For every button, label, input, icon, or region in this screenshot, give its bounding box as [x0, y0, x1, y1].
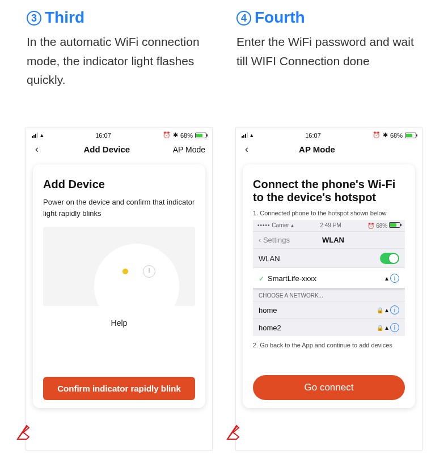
signal-icon — [242, 133, 248, 138]
inner-batt: 68% — [376, 223, 387, 229]
wifi-strength-icon: ▴ — [385, 306, 388, 314]
battery-pct: 68% — [180, 132, 193, 139]
device-illustration — [43, 227, 195, 306]
lock-icon: 🔒 — [377, 325, 383, 331]
lock-icon: 🔒 — [377, 307, 383, 313]
connect-hotspot-card: Connect the phone's Wi-Fi to the device'… — [243, 164, 415, 408]
info-icon[interactable]: i — [390, 323, 399, 332]
settings-back-link[interactable]: Settings — [263, 236, 290, 244]
status-bar: ▴ 16:07 ⏰ ✱ 68% — [236, 128, 422, 141]
step-3-title: Third — [45, 8, 84, 26]
back-button[interactable]: ‹ — [243, 143, 251, 155]
info-icon[interactable]: i — [390, 305, 399, 314]
step-3-heading: 3Third — [26, 8, 213, 27]
step-3-number: 3 — [27, 11, 41, 26]
alarm-icon: ⏰ — [373, 131, 381, 139]
selected-network-name: SmartLife-xxxx — [268, 274, 316, 283]
back-button[interactable]: ‹ — [33, 143, 41, 155]
add-device-card: Add Device Power on the device and confi… — [33, 164, 205, 408]
phone-screenshot-2: ▴ 16:07 ⏰ ✱ 68% ‹ AP Mode __ Connect the… — [235, 128, 422, 450]
step-third: 3Third In the automatic WiFi connection … — [26, 8, 213, 450]
wifi-icon: ▴ — [250, 131, 253, 139]
step-4-number: 4 — [236, 11, 251, 26]
nav-title: Add Device — [41, 144, 173, 154]
status-time: 16:07 — [305, 132, 321, 139]
pointer-arrow-icon — [16, 422, 31, 441]
bt-icon: ✱ — [383, 131, 388, 139]
network-row[interactable]: home 🔒 ▴ i — [253, 301, 405, 318]
step-fourth: 4Fourth Enter the WiFi password and wait… — [235, 8, 422, 450]
inner-nav: ‹ Settings WLAN — [253, 231, 405, 248]
instruction-1: 1. Connected phone to the hotspot shown … — [253, 210, 405, 216]
step-4-desc: Enter the WiFi password and wait till WI… — [235, 32, 422, 117]
check-icon: ✓ — [259, 275, 264, 283]
wlan-toggle-row[interactable]: WLAN — [253, 248, 405, 268]
power-icon — [143, 265, 155, 278]
go-connect-button[interactable]: Go connect — [253, 375, 405, 400]
indicator-dot-icon — [122, 269, 128, 274]
bt-icon: ✱ — [173, 131, 178, 139]
battery-icon — [389, 222, 400, 228]
alarm-icon: ⏰ — [163, 131, 171, 139]
nav-mode-link[interactable]: AP Mode — [173, 145, 205, 154]
status-time: 16:07 — [95, 132, 111, 139]
nav-title: AP Mode — [251, 144, 383, 154]
wifi-icon: ▴ — [40, 131, 44, 139]
inner-status-bar: ••••• Carrier ▴ 2:49 PM ⏰ 68% — [253, 220, 405, 231]
network-name: home — [259, 306, 277, 314]
help-link[interactable]: Help — [43, 318, 195, 328]
choose-network-label: CHOOSE A NETWORK... — [253, 288, 405, 301]
wifi-strength-icon: ▴ — [385, 274, 388, 282]
inner-carrier: Carrier — [272, 222, 289, 228]
pointer-arrow-icon — [226, 422, 240, 441]
instruction-2: 2. Go back to the App and continue to ad… — [253, 342, 405, 348]
wlan-screen-title: WLAN — [322, 236, 344, 244]
step-4-title: Fourth — [255, 8, 305, 26]
battery-pct: 68% — [390, 132, 403, 139]
confirm-button[interactable]: Confirm indicator rapidly blink — [43, 377, 195, 400]
selected-network-row[interactable]: ✓SmartLife-xxxx ▴ i — [253, 268, 405, 288]
nav-bar: ‹ Add Device AP Mode — [26, 141, 212, 161]
card-title: Add Device — [43, 178, 195, 191]
step-4-heading: 4Fourth — [235, 8, 422, 27]
card-title: Connect the phone's Wi-Fi to the device'… — [253, 178, 405, 204]
info-icon[interactable]: i — [390, 274, 399, 283]
step-3-desc: In the automatic WiFi connection mode, t… — [26, 32, 213, 117]
phone-screenshot-1: ▴ 16:07 ⏰ ✱ 68% ‹ Add Device AP Mode Add… — [26, 128, 213, 450]
network-row[interactable]: home2 🔒 ▴ i — [253, 318, 405, 336]
battery-icon — [405, 133, 416, 138]
card-subtitle: Power on the device and confirm that ind… — [43, 197, 195, 219]
nav-bar: ‹ AP Mode __ — [236, 141, 422, 161]
wifi-strength-icon: ▴ — [385, 324, 388, 332]
wlan-settings-preview: ••••• Carrier ▴ 2:49 PM ⏰ 68% ‹ Settings… — [253, 220, 405, 336]
inner-time: 2:49 PM — [320, 222, 341, 229]
network-name: home2 — [259, 324, 281, 332]
battery-icon — [195, 133, 206, 138]
wlan-label: WLAN — [259, 254, 280, 263]
signal-icon — [32, 133, 38, 138]
wlan-toggle[interactable] — [380, 253, 399, 264]
status-bar: ▴ 16:07 ⏰ ✱ 68% — [26, 128, 212, 141]
